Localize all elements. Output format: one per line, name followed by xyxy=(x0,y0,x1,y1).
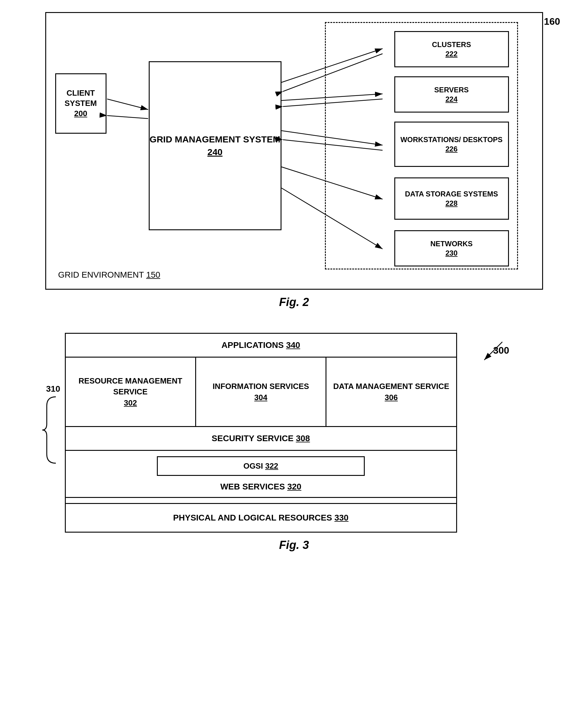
web-services-outer: OGSI 322 WEB SERVICES 320 xyxy=(66,451,456,498)
info-services: INFORMATION SERVICES304 xyxy=(196,358,327,426)
ogsi-box: OGSI 322 xyxy=(157,456,365,476)
svg-line-2 xyxy=(107,99,148,110)
data-mgmt-service: DATA MANAGEMENT SERVICE306 xyxy=(327,358,456,426)
resource-networks: NETWORKS230 xyxy=(394,230,509,267)
fig2-diagram: 160 CLIENT SYSTEM 200 GRID MANAGEMENT SY… xyxy=(45,12,543,290)
fig3-wrapper: 310 APPLICATIONS 340 RESOURCE MANAGEMENT… xyxy=(38,333,550,533)
resource-clusters: CLUSTERS222 xyxy=(394,31,509,67)
fig2-ref-160: 160 xyxy=(544,16,560,27)
figure-3: 310 APPLICATIONS 340 RESOURCE MANAGEMENT… xyxy=(38,333,550,564)
svg-line-3 xyxy=(107,116,148,119)
security-service-row: SECURITY SERVICE 308 xyxy=(66,427,456,451)
resource-mgmt-service: RESOURCE MANAGEMENT SERVICE302 xyxy=(66,358,196,426)
web-services-label: WEB SERVICES 320 xyxy=(72,479,450,491)
gms-box: GRID MANAGEMENT SYSTEM 240 xyxy=(149,61,282,230)
brace-310-svg xyxy=(38,394,62,466)
brace-310-label: 310 xyxy=(46,384,60,394)
client-system-box: CLIENT SYSTEM 200 xyxy=(55,73,107,134)
services-row: RESOURCE MANAGEMENT SERVICE302 INFORMATI… xyxy=(66,358,456,427)
applications-row: APPLICATIONS 340 xyxy=(66,334,456,358)
gms-label: GRID MANAGEMENT SYSTEM 240 xyxy=(150,133,280,159)
fig3-diagram: APPLICATIONS 340 RESOURCE MANAGEMENT SER… xyxy=(65,333,457,533)
ref-300-label: 300 xyxy=(493,345,509,356)
resource-servers: SERVERS224 xyxy=(394,76,509,113)
client-system-label: CLIENT SYSTEM 200 xyxy=(56,88,106,119)
resource-workstations: WORKSTATIONS/ DESKTOPS226 xyxy=(394,122,509,167)
figure-2: 160 CLIENT SYSTEM 200 GRID MANAGEMENT SY… xyxy=(38,12,550,321)
fig3-caption: Fig. 3 xyxy=(279,539,309,551)
physical-resources-row: PHYSICAL AND LOGICAL RESOURCES 330 xyxy=(66,504,456,532)
fig2-caption: Fig. 2 xyxy=(279,296,309,309)
resource-data-storage: DATA STORAGE SYSTEMS228 xyxy=(394,177,509,220)
grid-env-label: GRID ENVIRONMENT 150 xyxy=(58,270,161,280)
